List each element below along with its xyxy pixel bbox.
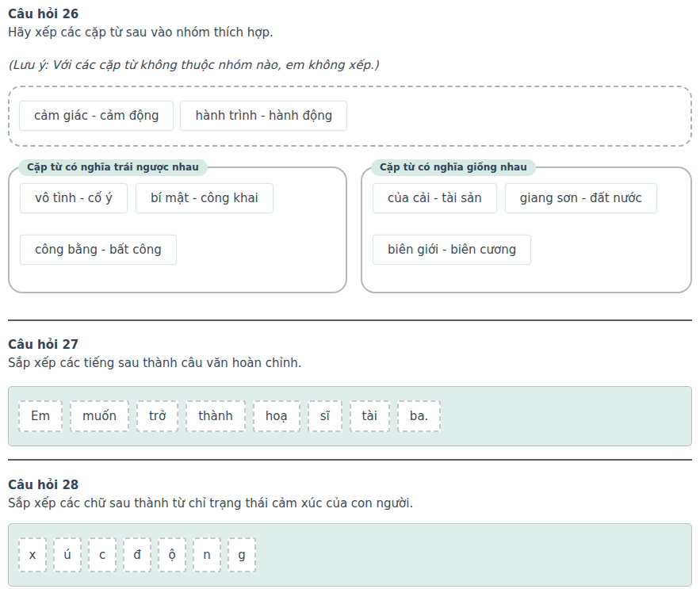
word-pair-chip[interactable]: vô tình - cố ý xyxy=(20,183,128,213)
group-box-synonyms-label: Cặp từ có nghĩa giống nhau xyxy=(371,159,536,176)
word-tile[interactable]: Em xyxy=(18,400,63,432)
word-tile[interactable]: thành xyxy=(186,400,246,432)
question-27-title: Câu hỏi 27 xyxy=(8,337,692,353)
letter-tile[interactable]: n xyxy=(193,537,221,572)
question-27: Câu hỏi 27 Sắp xếp các tiếng sau thành c… xyxy=(8,337,692,446)
question-26-prompt: Hãy xếp các cặp từ sau vào nhóm thích hợ… xyxy=(8,25,692,40)
section-divider xyxy=(8,459,692,461)
group-box-antonyms-label: Cặp từ có nghĩa trái ngược nhau xyxy=(18,159,208,176)
question-26-note: (Lưu ý: Với các cặp từ không thuộc nhóm … xyxy=(8,57,692,73)
word-pair-chip[interactable]: giang sơn - đất nước xyxy=(505,183,657,213)
word-pair-chip[interactable]: hành trình - hành động xyxy=(180,101,347,131)
word-pair-chip[interactable]: bí mật - công khai xyxy=(136,183,273,213)
word-tile[interactable]: tài xyxy=(350,400,390,432)
word-pair-chip[interactable]: của cải - tài sản xyxy=(373,183,497,213)
word-pair-chip[interactable]: cảm giác - cảm động xyxy=(19,101,174,131)
word-tile[interactable]: trở xyxy=(136,400,178,432)
letter-tile-pool[interactable]: x ú c đ ộ n g xyxy=(8,523,692,587)
question-26-title: Câu hỏi 26 xyxy=(8,6,692,22)
letter-tile[interactable]: c xyxy=(88,537,117,572)
question-26: Câu hỏi 26 Hãy xếp các cặp từ sau vào nh… xyxy=(8,6,692,293)
unsorted-word-pool[interactable]: cảm giác - cảm động hành trình - hành độ… xyxy=(8,86,692,147)
group-box-antonyms[interactable]: Cặp từ có nghĩa trái ngược nhau vô tình … xyxy=(8,166,347,293)
letter-tile[interactable]: đ xyxy=(123,537,151,572)
word-tile[interactable]: muốn xyxy=(70,400,129,432)
word-tile-pool[interactable]: Em muốn trở thành hoạ sĩ tài ba. xyxy=(8,386,692,446)
letter-tile[interactable]: g xyxy=(228,537,256,572)
word-pair-chip[interactable]: công bằng - bất công xyxy=(20,235,177,265)
letter-tile[interactable]: ú xyxy=(53,537,82,572)
word-pair-chip[interactable]: biên giới - biên cương xyxy=(373,235,531,265)
word-tile[interactable]: sĩ xyxy=(308,400,342,432)
word-tile[interactable]: hoạ xyxy=(253,400,300,432)
question-27-prompt: Sắp xếp các tiếng sau thành câu văn hoàn… xyxy=(8,355,692,371)
section-divider xyxy=(8,319,692,321)
question-28: Câu hỏi 28 Sắp xếp các chữ sau thành từ … xyxy=(8,477,692,587)
group-box-synonyms[interactable]: Cặp từ có nghĩa giống nhau của cải - tài… xyxy=(361,166,692,293)
letter-tile[interactable]: x xyxy=(18,537,47,572)
quiz-page: Câu hỏi 26 Hãy xếp các cặp từ sau vào nh… xyxy=(0,0,700,587)
letter-tile[interactable]: ộ xyxy=(158,537,186,572)
group-boxes-row: Cặp từ có nghĩa trái ngược nhau vô tình … xyxy=(8,166,692,293)
question-28-title: Câu hỏi 28 xyxy=(8,477,692,493)
question-28-prompt: Sắp xếp các chữ sau thành từ chỉ trạng t… xyxy=(8,495,692,511)
word-tile[interactable]: ba. xyxy=(397,400,441,432)
